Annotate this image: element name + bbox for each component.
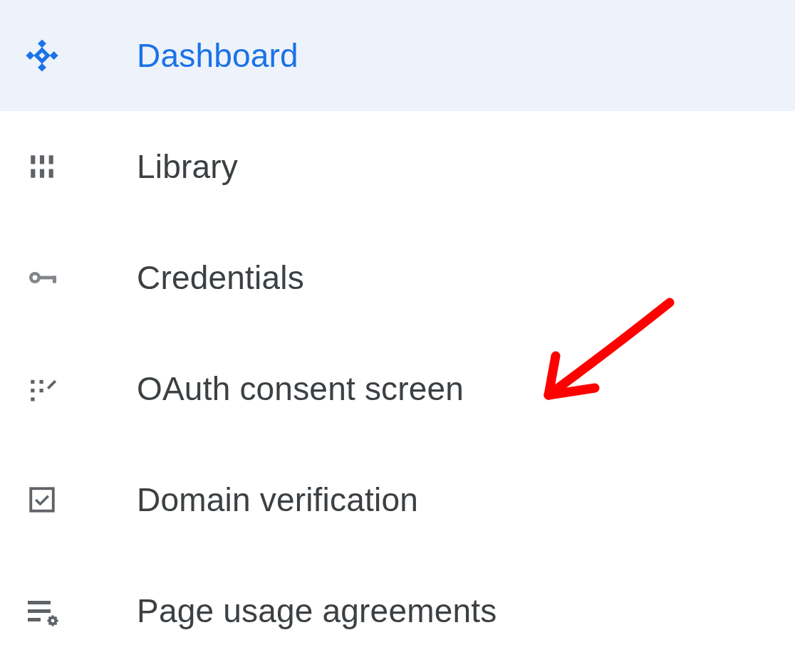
dashboard-icon (24, 38, 60, 73)
svg-rect-9 (31, 169, 35, 178)
svg-rect-11 (49, 169, 53, 178)
svg-rect-27 (52, 615, 54, 617)
svg-point-26 (51, 619, 55, 623)
sidebar-item-oauth-consent[interactable]: OAuth consent screen (0, 333, 795, 444)
library-icon (24, 149, 60, 184)
svg-rect-15 (53, 276, 56, 283)
svg-rect-29 (47, 620, 49, 622)
svg-rect-24 (28, 618, 41, 621)
svg-rect-18 (31, 397, 34, 401)
sidebar-item-credentials[interactable]: Credentials (0, 222, 795, 333)
sidebar-item-label: Library (137, 147, 238, 186)
sidebar-item-dashboard[interactable]: Dashboard (0, 0, 795, 111)
svg-rect-8 (49, 155, 53, 164)
svg-rect-17 (31, 389, 34, 392)
sidebar-item-page-usage[interactable]: Page usage agreements (0, 555, 795, 666)
svg-rect-0 (38, 39, 46, 48)
svg-rect-21 (31, 488, 53, 511)
key-icon (24, 260, 60, 295)
svg-point-13 (33, 275, 38, 280)
svg-rect-10 (40, 169, 44, 178)
sidebar-nav: Dashboard Library (0, 0, 795, 666)
sidebar-item-label: Page usage agreements (137, 592, 497, 630)
svg-rect-30 (56, 620, 58, 622)
svg-rect-16 (31, 380, 34, 384)
svg-rect-22 (28, 601, 51, 604)
svg-rect-20 (40, 389, 43, 392)
svg-rect-3 (38, 63, 46, 72)
svg-rect-1 (26, 51, 34, 60)
consent-icon (24, 371, 60, 406)
list-settings-icon (24, 593, 60, 629)
svg-rect-23 (28, 609, 51, 613)
sidebar-item-label: Domain verification (137, 481, 418, 519)
checkbox-icon (24, 482, 60, 518)
svg-rect-6 (31, 155, 35, 164)
sidebar-item-domain-verification[interactable]: Domain verification (0, 444, 795, 555)
sidebar-item-label: Dashboard (137, 36, 298, 75)
sidebar-item-library[interactable]: Library (0, 111, 795, 222)
svg-rect-7 (40, 155, 44, 164)
svg-rect-2 (50, 51, 58, 60)
svg-rect-19 (40, 380, 43, 384)
sidebar-item-label: Credentials (137, 258, 304, 297)
svg-rect-28 (52, 624, 54, 626)
sidebar-item-label: OAuth consent screen (137, 369, 464, 408)
